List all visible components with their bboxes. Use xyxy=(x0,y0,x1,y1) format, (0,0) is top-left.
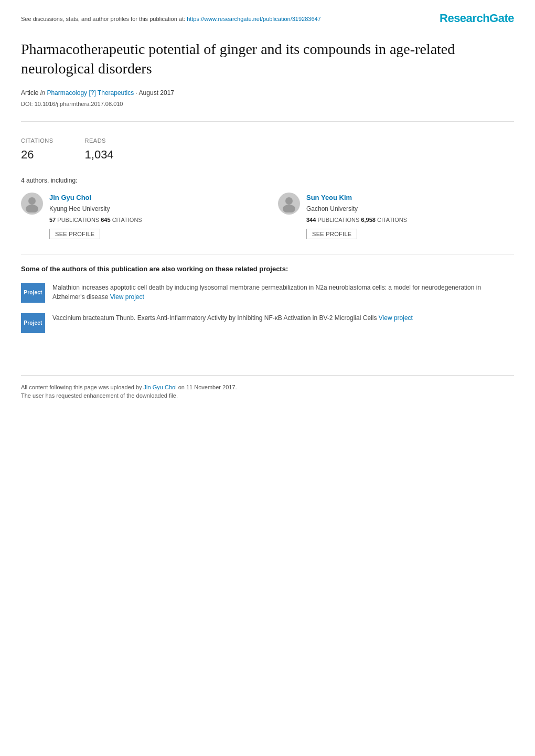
author-cites-count-2: 6,958 xyxy=(361,217,376,223)
stats-divider xyxy=(21,121,514,122)
svg-point-0 xyxy=(28,197,36,205)
author-info-2: Sun Yeou Kim Gachon University 344 PUBLI… xyxy=(306,193,514,239)
citations-label: CITATIONS xyxy=(21,136,54,145)
author-avatar-1 xyxy=(21,193,43,215)
article-type: Article xyxy=(21,89,38,97)
projects-divider xyxy=(21,254,514,254)
see-profile-button-1[interactable]: SEE PROFILE xyxy=(49,229,100,239)
citations-value: 26 xyxy=(21,146,54,163)
reads-label: READS xyxy=(85,136,114,145)
journal-name[interactable]: Pharmacology [?] Therapeutics xyxy=(47,89,134,97)
article-meta: Article in Pharmacology [?] Therapeutics… xyxy=(21,88,514,98)
authors-heading: 4 authors, including: xyxy=(21,176,514,185)
citations-stat: CITATIONS 26 xyxy=(21,136,54,164)
author-stats-1: 57 PUBLICATIONS 645 CITATIONS xyxy=(49,216,257,225)
person-icon-1 xyxy=(23,195,41,212)
doi-value: 10.1016/j.pharmthera.2017.08.010 xyxy=(35,101,123,107)
project-item-2: Project Vaccinium bracteatum Thunb. Exer… xyxy=(21,313,514,333)
footer-upload-text: All content following this page was uplo… xyxy=(21,384,142,390)
author-card-2: Sun Yeou Kim Gachon University 344 PUBLI… xyxy=(278,193,514,239)
author-cites-count-1: 645 xyxy=(101,217,110,223)
project-thumbnail-1: Project xyxy=(21,283,45,303)
project-item-1: Project Malathion increases apoptotic ce… xyxy=(21,283,514,303)
footer-section: All content following this page was uplo… xyxy=(21,375,514,400)
project-text-1: Malathion increases apoptotic cell death… xyxy=(52,283,514,302)
article-doi: DOI: 10.1016/j.pharmthera.2017.08.010 xyxy=(21,100,514,109)
author-stats-2: 344 PUBLICATIONS 6,958 CITATIONS xyxy=(306,216,514,225)
reads-value: 1,034 xyxy=(85,146,114,163)
author-pubs-count-2: 344 xyxy=(306,217,316,223)
footer-uploader-link[interactable]: Jin Gyu Choi xyxy=(144,384,177,390)
project-thumbnail-2: Project xyxy=(21,313,45,333)
author-affiliation-1: Kyung Hee University xyxy=(49,204,257,214)
in-label: in xyxy=(40,89,47,97)
project-text-2: Vaccinium bracteatum Thunb. Exerts Anti-… xyxy=(52,313,413,323)
author-cites-label-2: CITATIONS xyxy=(377,217,407,223)
author-cites-label-1: CITATIONS xyxy=(112,217,142,223)
footer-user-note: The user has requested enhancement of th… xyxy=(21,391,514,400)
publication-link[interactable]: https://www.researchgate.net/publication… xyxy=(187,16,321,22)
author-pubs-count-1: 57 xyxy=(49,217,56,223)
authors-grid: Jin Gyu Choi Kyung Hee University 57 PUB… xyxy=(21,193,514,239)
author-pubs-label-1: PUBLICATIONS xyxy=(57,217,101,223)
svg-point-2 xyxy=(285,197,293,205)
footer-upload-date-value: on 11 November 2017. xyxy=(178,384,237,390)
doi-label: DOI: xyxy=(21,101,33,107)
projects-heading: Some of the authors of this publication … xyxy=(21,264,514,274)
top-notice-text: See discussions, stats, and author profi… xyxy=(21,16,185,22)
authors-section: 4 authors, including: Jin Gyu Choi Kyung… xyxy=(21,176,514,239)
svg-point-1 xyxy=(26,205,38,212)
stats-row: CITATIONS 26 READS 1,034 xyxy=(21,131,514,164)
author-avatar-2 xyxy=(278,193,300,215)
author-pubs-label-2: PUBLICATIONS xyxy=(317,217,361,223)
researchgate-logo: ResearchGate xyxy=(440,9,514,27)
project-link-1[interactable]: View project xyxy=(110,293,144,301)
project-description-2: Vaccinium bracteatum Thunb. Exerts Anti-… xyxy=(52,314,377,322)
project-link-2[interactable]: View project xyxy=(379,314,413,322)
author-card-1: Jin Gyu Choi Kyung Hee University 57 PUB… xyxy=(21,193,257,239)
see-profile-button-2[interactable]: SEE PROFILE xyxy=(306,229,357,239)
projects-section: Some of the authors of this publication … xyxy=(21,264,514,333)
footer-upload-line: All content following this page was uplo… xyxy=(21,383,514,392)
author-name-1[interactable]: Jin Gyu Choi xyxy=(49,193,257,203)
author-affiliation-2: Gachon University xyxy=(306,204,514,214)
author-info-1: Jin Gyu Choi Kyung Hee University 57 PUB… xyxy=(49,193,257,239)
author-name-2[interactable]: Sun Yeou Kim xyxy=(306,193,514,203)
reads-stat: READS 1,034 xyxy=(85,136,114,164)
svg-point-3 xyxy=(283,205,295,212)
article-title: Pharmacotherapeutic potential of ginger … xyxy=(21,39,514,79)
article-date-value: August 2017 xyxy=(139,89,174,97)
person-icon-2 xyxy=(280,195,298,212)
